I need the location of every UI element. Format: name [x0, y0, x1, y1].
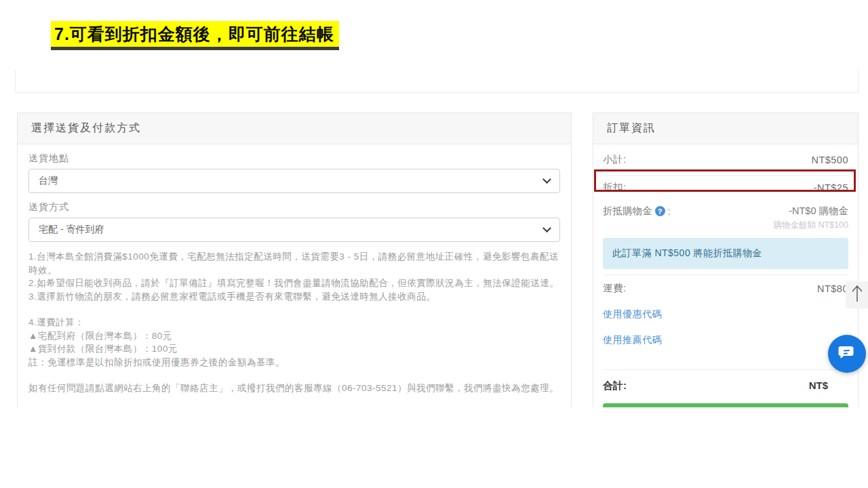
shipping-method-label: 送貨方式 — [28, 201, 560, 214]
scroll-to-top-button[interactable] — [846, 281, 868, 308]
shipping-fee-value: NT$80 — [817, 283, 848, 294]
subtotal-label: 小計: — [603, 153, 627, 166]
order-panel-title: 訂單資訊 — [593, 113, 858, 144]
subtotal-row: 小計: NT$500 — [603, 144, 848, 176]
referral-code-link[interactable]: 使用推薦代碼 — [603, 327, 848, 353]
discount-value: -NT$25 — [814, 182, 848, 193]
wallet-balance: 購物金餘額 NT$100 — [603, 220, 848, 231]
destination-select[interactable]: 台灣 — [28, 169, 560, 193]
shipping-method-select[interactable]: 宅配 - 寄件到府 — [28, 218, 560, 242]
chevron-down-icon — [542, 175, 551, 184]
note-line: ▲宅配到府（限台灣本島）：80元 — [28, 329, 560, 343]
shipping-notes: 1.台灣本島全館消費滿$1000免運費，宅配恕無法指定配送時間，送貨需要3 - … — [28, 250, 560, 395]
previous-section-panel-bottom — [15, 70, 859, 93]
shipping-fee-label: 運費: — [603, 282, 627, 295]
destination-select-value: 台灣 — [39, 175, 58, 187]
chat-widget-button[interactable] — [828, 335, 866, 373]
checkout-button[interactable]: 前往結帳 — [603, 403, 848, 407]
order-info-panel: 訂單資訊 小計: NT$500 折扣: -NT$25 折抵購物金 ? : — [593, 113, 859, 407]
note-line: ▲貨到付款（限台灣本島）：100元 — [28, 342, 560, 356]
total-value: NT$ — [809, 380, 828, 392]
note-line: 1.台灣本島全館消費滿$1000免運費，宅配恕無法指定配送時間，送貨需要3 - … — [28, 250, 560, 277]
shipping-payment-panel: 選擇送貨及付款方式 送貨地點 台灣 送貨方式 宅配 - 寄件到府 1.台灣本島全… — [17, 113, 572, 407]
chat-icon — [837, 343, 856, 365]
note-line: 3.選擇新竹物流的朋友，請務必留意家裡電話或手機是否有來電聯繫，避免送達時無人接… — [28, 290, 560, 304]
chevron-down-icon — [542, 224, 551, 232]
wallet-credit-value: -NT$0 購物金 — [789, 205, 848, 218]
wallet-credit-colon: : — [668, 206, 671, 217]
note-line: 如有任何問題請點選網站右上角的「聯絡店主」，或撥打我們的客服專線（06-703-… — [28, 382, 560, 395]
page: 7.可看到折扣金額後，即可前往結帳 選擇送貨及付款方式 送貨地點 台灣 送貨方式… — [0, 0, 868, 488]
wallet-credit-row: 折抵購物金 ? : -NT$0 購物金 購物金餘額 NT$100 — [603, 199, 848, 231]
wallet-info-message: 此訂單滿 NT$500 將能折抵購物金 — [603, 238, 848, 269]
note-line: 4.運費計算： — [28, 316, 560, 329]
destination-label: 送貨地點 — [28, 152, 560, 165]
total-label: 合計: — [603, 380, 627, 392]
shipping-fee-row: 運費: NT$80 — [603, 274, 848, 302]
shipping-method-select-value: 宅配 - 寄件到府 — [39, 224, 104, 236]
total-row: 合計: NT$ — [603, 369, 848, 399]
coupon-code-link[interactable]: 使用優惠代碼 — [603, 302, 848, 327]
arrow-up-icon — [850, 284, 865, 306]
subtotal-value: NT$500 — [811, 155, 848, 165]
webpage-screenshot-region: 選擇送貨及付款方式 送貨地點 台灣 送貨方式 宅配 - 寄件到府 1.台灣本島全… — [0, 0, 868, 407]
discount-label: 折扣: — [603, 181, 627, 194]
wallet-credit-label: 折抵購物金 — [603, 205, 652, 218]
note-line: 2.如希望假日能收到商品，請於『訂單備註』填寫完整喔！我們會盡量請物流協助配合，… — [28, 277, 560, 290]
shipping-panel-title: 選擇送貨及付款方式 — [18, 113, 571, 144]
note-line: 註：免運標準是以扣除折扣或使用優惠券之後的金額為基準。 — [28, 356, 560, 369]
discount-row: 折扣: -NT$25 — [603, 176, 848, 199]
help-icon[interactable]: ? — [655, 206, 665, 216]
